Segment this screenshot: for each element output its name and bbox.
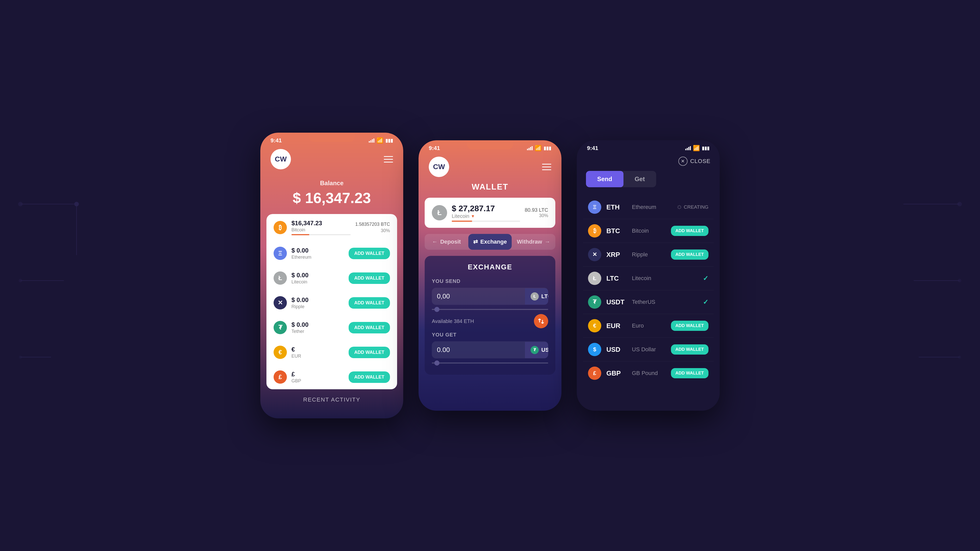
send-input[interactable] (432, 288, 525, 305)
wallet-item-btc[interactable]: ₿ $16,347.23 Bitcoin 1.58357203 BTC 30% (266, 214, 397, 241)
phone2-battery-icon: ▮▮▮ (544, 145, 551, 151)
btc-name: Bitcoin (291, 227, 351, 233)
eur-amount: € (291, 346, 344, 353)
xrp-add-wallet-button[interactable]: ADD WALLET (348, 297, 390, 309)
list-usd-add-button[interactable]: ADD WALLET (671, 345, 708, 354)
wallet-item-ltc[interactable]: Ł $ 0.00 Litecoin ADD WALLET (266, 266, 397, 291)
eth-name: Ethereum (291, 254, 344, 260)
list-ltc-ticker: LTC (606, 275, 627, 283)
menu-button[interactable] (384, 156, 393, 162)
list-xrp-ticker: XRP (606, 251, 627, 259)
wallet-item-eth[interactable]: Ξ $ 0.00 Ethereum ADD WALLET (266, 241, 397, 266)
withdraw-label: Withdraw (517, 238, 542, 245)
eth-add-wallet-button[interactable]: ADD WALLET (348, 248, 390, 259)
list-item-eur[interactable]: € EUR Euro ADD WALLET (583, 314, 714, 338)
list-item-usdt[interactable]: ₮ USDT TetherUS ✓ (583, 290, 714, 314)
get-tab[interactable]: Get (624, 171, 656, 187)
eur-add-wallet-button[interactable]: ADD WALLET (348, 347, 390, 358)
xrp-icon: ✕ (274, 296, 287, 310)
list-item-ltc[interactable]: Ł LTC Litecoin ✓ (583, 267, 714, 290)
withdraw-tab[interactable]: Withdraw → (512, 234, 555, 250)
exchange-icon: ⇄ (473, 238, 478, 245)
phone3-signal-icon (685, 146, 691, 150)
list-item-xrp[interactable]: ✕ XRP Ripple ADD WALLET (583, 243, 714, 267)
phone2-signal-icon (527, 146, 533, 150)
eur-info: € EUR (291, 346, 344, 359)
phone3-notch (625, 140, 671, 149)
list-gbp-name: GB Pound (632, 370, 666, 376)
exchange-tab[interactable]: ⇄ Exchange (468, 234, 512, 250)
ltc-secondary: 80.93 LTC (525, 207, 548, 213)
send-coin-selector[interactable]: Ł LTC ▶ (525, 288, 548, 305)
list-xrp-icon: ✕ (588, 248, 601, 261)
gbp-amount: £ (291, 371, 344, 378)
send-get-tabs: Send Get (586, 171, 656, 187)
swap-button[interactable] (534, 314, 548, 328)
phone-wallet: 9:41 📶 ▮▮▮ CW (260, 133, 403, 418)
close-button[interactable]: ✕ CLOSE (678, 157, 711, 166)
list-xrp-add-button[interactable]: ADD WALLET (671, 249, 708, 260)
list-usd-icon: $ (588, 343, 601, 356)
list-item-btc[interactable]: ₿ BTC Bitcoin ADD WALLET (583, 219, 714, 243)
balance-label: Balance (260, 179, 403, 187)
ltc-name: Litecoin (291, 279, 344, 285)
ltc-icon: Ł (274, 272, 287, 285)
get-slider-thumb[interactable] (434, 360, 439, 365)
list-btc-ticker: BTC (606, 227, 627, 235)
wallet-item-gbp[interactable]: £ £ GBP ADD WALLET (266, 365, 397, 389)
get-coin-selector[interactable]: ₮ USDT ▶ (525, 342, 548, 358)
list-item-eth[interactable]: Ξ ETH Ethereum CREATING (583, 195, 714, 219)
recent-activity-label: RECENT ACTIVITY (260, 389, 403, 403)
list-eur-ticker: EUR (606, 322, 627, 330)
litecoin-progress (452, 221, 520, 222)
gbp-name: GBP (291, 378, 344, 384)
you-send-label: YOU SEND (432, 278, 548, 284)
send-coin-label: LTC (541, 293, 548, 300)
svg-point-5 (19, 279, 22, 282)
gbp-add-wallet-button[interactable]: ADD WALLET (348, 372, 390, 383)
get-input[interactable] (432, 341, 525, 359)
exchange-tabs: ← Deposit ⇄ Exchange Withdraw → (425, 234, 555, 250)
list-gbp-add-button[interactable]: ADD WALLET (671, 368, 708, 378)
phone2-status-icons: 📶 ▮▮▮ (527, 145, 551, 151)
phone2-menu-button[interactable] (542, 164, 551, 170)
get-input-row: ₮ USDT ▶ (432, 341, 548, 359)
list-eur-add-button[interactable]: ADD WALLET (671, 321, 708, 331)
list-btc-add-button[interactable]: ADD WALLET (671, 226, 708, 236)
svg-point-3 (18, 202, 22, 206)
ltc-add-wallet-button[interactable]: ADD WALLET (348, 272, 390, 284)
eur-name: EUR (291, 354, 344, 359)
wallet-item-xrp[interactable]: ✕ $ 0.00 Ripple ADD WALLET (266, 291, 397, 315)
phone1-time: 9:41 (270, 137, 282, 144)
get-slider[interactable] (432, 362, 548, 364)
phone3-battery-icon: ▮▮▮ (702, 145, 710, 151)
list-usdt-ticker: USDT (606, 298, 627, 306)
list-ltc-check: ✓ (703, 275, 708, 283)
phone3-wifi-icon: 📶 (693, 145, 700, 151)
eth-info: $ 0.00 Ethereum (291, 247, 344, 260)
eth-icon: Ξ (274, 247, 287, 260)
send-slider-thumb[interactable] (434, 307, 439, 312)
wallet-item-eur[interactable]: € € EUR ADD WALLET (266, 340, 397, 365)
usdt-add-wallet-button[interactable]: ADD WALLET (348, 322, 390, 333)
you-get-label: YOU GET (432, 332, 548, 338)
phone2-header: CW (418, 151, 562, 182)
list-usd-ticker: USD (606, 346, 627, 354)
send-slider[interactable] (432, 309, 548, 310)
gbp-icon: £ (274, 370, 287, 384)
phone-coin-list: 9:41 📶 ▮▮▮ ✕ CLOSE (577, 140, 720, 411)
xrp-info: $ 0.00 Ripple (291, 297, 344, 310)
list-item-usd[interactable]: $ USD US Dollar ADD WALLET (583, 338, 714, 362)
wallet-item-usdt[interactable]: ₮ $ 0.00 Tether ADD WALLET (266, 315, 397, 340)
list-item-gbp[interactable]: £ GBP GB Pound ADD WALLET (583, 362, 714, 385)
send-tab[interactable]: Send (586, 171, 624, 187)
list-eur-name: Euro (632, 322, 666, 329)
eur-icon: € (274, 346, 287, 359)
usdt-icon: ₮ (274, 321, 287, 334)
withdraw-icon: → (545, 238, 550, 245)
btc-amount: $16,347.23 (291, 220, 351, 227)
deposit-tab[interactable]: ← Deposit (425, 234, 468, 250)
close-label: CLOSE (690, 158, 711, 165)
phone3-header: ✕ CLOSE (577, 151, 720, 171)
list-btc-name: Bitcoin (632, 227, 666, 234)
